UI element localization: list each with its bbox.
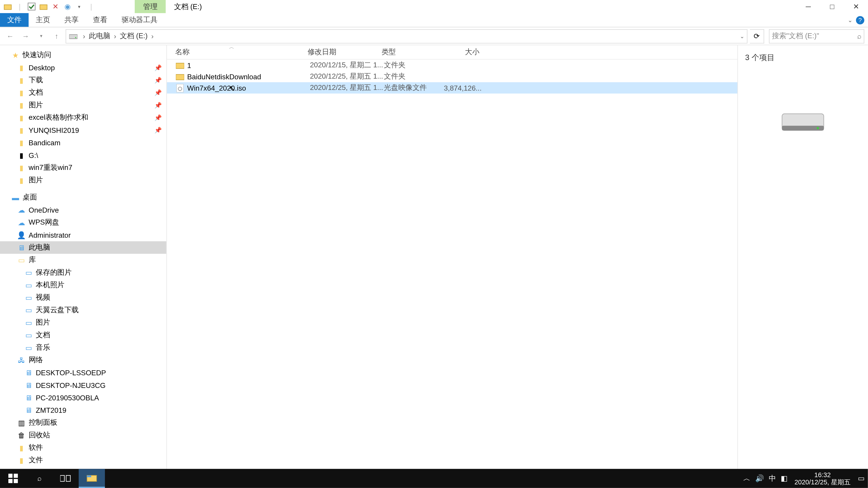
- ribbon-tab-drivetools[interactable]: 驱动器工具: [114, 13, 164, 27]
- tree-library-item[interactable]: ▭文档: [0, 329, 166, 341]
- tree-quick-item[interactable]: ▮Desktop📌: [0, 61, 166, 74]
- taskbar-clock[interactable]: 16:32 2020/12/25, 星期五: [792, 471, 853, 486]
- start-button[interactable]: [0, 469, 26, 488]
- tree-network[interactable]: 🖧网络: [0, 354, 166, 366]
- tree-label: 软件: [29, 443, 43, 453]
- tree-quick-item[interactable]: ▮win7重装win7: [0, 162, 166, 174]
- maximize-button[interactable]: □: [820, 0, 844, 13]
- tree-quick-item[interactable]: ▮G:\: [0, 149, 166, 161]
- tree-library-item[interactable]: ▭本机照片: [0, 279, 166, 291]
- nav-up-button[interactable]: ↑: [50, 30, 63, 43]
- volume-icon[interactable]: 🔊: [755, 474, 764, 483]
- file-row[interactable]: 12020/12/15, 星期二 1...文件夹: [167, 60, 737, 71]
- tree-network-item[interactable]: 🖥DESKTOP-NJEU3CG: [0, 379, 166, 391]
- tree-item[interactable]: ☁WPS网盘: [0, 216, 166, 229]
- ribbon-tab-share[interactable]: 共享: [57, 13, 86, 27]
- tree-quick-item[interactable]: ▮图片📌: [0, 99, 166, 111]
- folder-icon: [175, 72, 185, 81]
- library-sub-icon: ▭: [24, 293, 33, 302]
- tree-item[interactable]: 👤Administrator: [0, 229, 166, 241]
- search-input[interactable]: 搜索"文档 (E:)" ⌕: [769, 29, 864, 43]
- breadcrumb-sep-icon[interactable]: ›: [149, 32, 156, 40]
- tree-item[interactable]: ☁OneDrive: [0, 204, 166, 216]
- tree-library-item[interactable]: ▭天翼云盘下载: [0, 304, 166, 316]
- refresh-button[interactable]: ⟳: [750, 29, 764, 43]
- column-header-name[interactable]: 名称︿: [175, 47, 307, 57]
- pin-icon: 📌: [154, 64, 162, 71]
- tree-quick-access[interactable]: ★快速访问: [0, 49, 166, 61]
- help-icon[interactable]: ?: [856, 16, 864, 24]
- column-header-date[interactable]: 修改日期: [308, 47, 381, 57]
- tray-app-icon[interactable]: ◧: [781, 474, 787, 483]
- tree-quick-item[interactable]: ▮Bandicam: [0, 136, 166, 149]
- ribbon-tab-file[interactable]: 文件: [0, 13, 29, 27]
- search-icon[interactable]: ⌕: [857, 32, 861, 40]
- file-date: 2020/12/15, 星期二 1...: [310, 60, 384, 70]
- close-button[interactable]: ✕: [844, 0, 868, 13]
- tree-network-item[interactable]: 🖥DESKTOP-LSSOEDP: [0, 366, 166, 379]
- ribbon-expand-icon[interactable]: ⌄: [848, 17, 852, 23]
- tree-label: YUNQISHI2019: [29, 126, 79, 134]
- qat-folder-icon[interactable]: [38, 1, 49, 12]
- file-row[interactable]: Win7x64_2020.iso2020/12/25, 星期五 1...光盘映像…: [167, 82, 737, 94]
- qat-checkbox-icon[interactable]: [26, 1, 37, 12]
- control-panel-icon: ▥: [17, 418, 26, 427]
- minimize-button[interactable]: ─: [796, 0, 820, 13]
- file-row[interactable]: BaiduNetdiskDownload2020/12/25, 星期五 1...…: [167, 71, 737, 82]
- folder-icon: ▮: [17, 63, 26, 72]
- column-header-type[interactable]: 类型: [381, 47, 441, 57]
- folder-icon: ▮: [17, 151, 26, 160]
- tree-recycle[interactable]: 🗑回收站: [0, 429, 166, 442]
- tree-network-item[interactable]: 🖥ZMT2019: [0, 404, 166, 416]
- qat-dropdown-icon[interactable]: ▾: [74, 1, 85, 12]
- tree-library-item[interactable]: ▭图片: [0, 316, 166, 329]
- tree-network-item[interactable]: 🖥PC-20190530OBLA: [0, 392, 166, 404]
- tree-item[interactable]: 🖥此电脑: [0, 241, 166, 254]
- system-tray: ︿ 🔊 中 ◧ 16:32 2020/12/25, 星期五 ▭: [740, 469, 868, 488]
- tree-item[interactable]: ▭库: [0, 254, 166, 266]
- taskbar-explorer-button[interactable]: [79, 469, 105, 488]
- address-bar[interactable]: › 此电脑 › 文档 (E:) › ⌄: [66, 29, 747, 43]
- tree-quick-item[interactable]: ▮YUNQISHI2019📌: [0, 124, 166, 136]
- tree-quick-item[interactable]: ▮文档📌: [0, 86, 166, 99]
- navigation-tree[interactable]: ★快速访问 ▮Desktop📌▮下载📌▮文档📌▮图片📌▮excel表格制作求和📌…: [0, 45, 167, 473]
- tree-library-item[interactable]: ▭视频: [0, 291, 166, 304]
- svg-rect-3: [69, 34, 78, 38]
- tree-library-item[interactable]: ▭保存的图片: [0, 266, 166, 279]
- tray-overflow-icon[interactable]: ︿: [743, 473, 750, 484]
- tree-library-item[interactable]: ▭音乐: [0, 341, 166, 354]
- tree-label: DESKTOP-LSSOEDP: [36, 368, 106, 377]
- tree-desktop[interactable]: ▬桌面: [0, 191, 166, 203]
- tree-quick-item[interactable]: ▮下载📌: [0, 74, 166, 86]
- breadcrumb-sep-icon[interactable]: ›: [112, 32, 119, 40]
- file-list[interactable]: 名称︿ 修改日期 类型 大小 12020/12/15, 星期二 1...文件夹B…: [167, 45, 738, 473]
- column-header-size[interactable]: 大小: [441, 47, 483, 57]
- tree-control-panel[interactable]: ▥控制面板: [0, 416, 166, 429]
- address-dropdown-icon[interactable]: ⌄: [740, 33, 745, 39]
- breadcrumb-pc[interactable]: 此电脑: [88, 31, 112, 41]
- tree-quick-item[interactable]: ▮excel表格制作求和📌: [0, 111, 166, 124]
- taskbar-search-button[interactable]: ⌕: [26, 469, 53, 488]
- qat-delete-icon[interactable]: ✕: [50, 1, 61, 12]
- tree-software[interactable]: ▮软件: [0, 442, 166, 454]
- ime-indicator[interactable]: 中: [769, 473, 776, 484]
- contextual-tab-manage[interactable]: 管理: [135, 0, 166, 13]
- task-view-button[interactable]: [53, 469, 79, 488]
- nav-forward-button[interactable]: →: [19, 30, 32, 43]
- recycle-icon: 🗑: [17, 430, 26, 440]
- action-center-icon[interactable]: ▭: [858, 474, 864, 483]
- folder-icon: ▮: [17, 175, 26, 185]
- tree-quick-item[interactable]: ▮图片: [0, 174, 166, 186]
- ribbon-tab-view[interactable]: 查看: [86, 13, 115, 27]
- pin-icon: 📌: [154, 114, 162, 121]
- breadcrumb-drive[interactable]: 文档 (E:): [119, 31, 149, 41]
- nav-back-button[interactable]: ←: [4, 30, 17, 43]
- column-headers: 名称︿ 修改日期 类型 大小: [167, 45, 737, 59]
- file-type: 文件夹: [384, 71, 443, 82]
- nav-recent-dropdown[interactable]: ▾: [35, 30, 48, 43]
- svg-rect-2: [40, 5, 47, 9]
- ribbon-tab-home[interactable]: 主页: [29, 13, 57, 27]
- qat-properties-icon[interactable]: ◉: [62, 1, 72, 12]
- breadcrumb-sep-icon[interactable]: ›: [81, 32, 88, 40]
- tree-files[interactable]: ▮文件: [0, 454, 166, 466]
